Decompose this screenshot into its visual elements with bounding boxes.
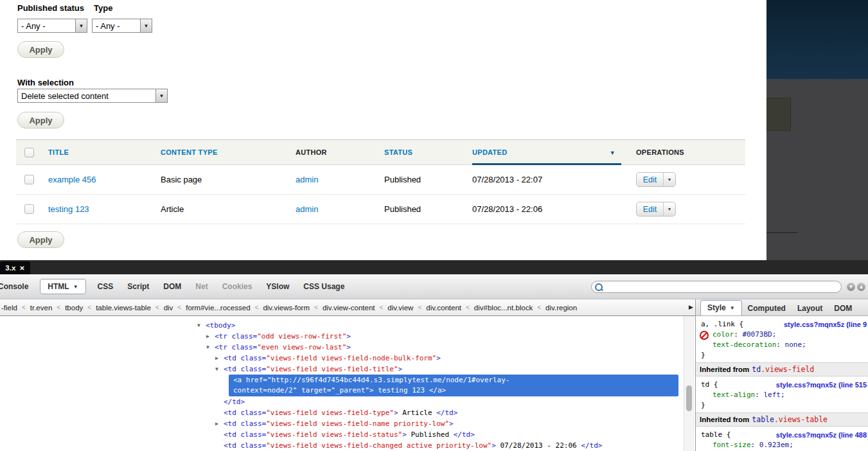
css-property[interactable]: color: #0073BD; — [696, 330, 868, 340]
breadcrumb-item[interactable]: tr.even — [30, 304, 53, 312]
published-status-select-value: - Any - — [18, 21, 75, 31]
firebug-window-tab[interactable]: 3.x ✕ — [0, 261, 30, 274]
apply-bottom-button[interactable]: Apply — [17, 231, 64, 248]
search-box[interactable] — [591, 281, 842, 293]
stylesheet-link[interactable]: style.css?mqnx5z (line 515 — [776, 380, 867, 390]
twisty-expanded-icon[interactable]: ▼ — [215, 364, 224, 375]
html-tree-line[interactable]: ▶<tr class="odd views-row-first"> — [0, 331, 695, 342]
css-selector[interactable]: table { — [701, 430, 731, 439]
apply-selection-button[interactable]: Apply — [17, 112, 64, 128]
css-selector[interactable]: a, .link { — [701, 320, 743, 328]
with-selection-label: With selection — [17, 78, 74, 87]
apply-filter-button[interactable]: Apply — [17, 41, 64, 58]
sort-desc-icon[interactable]: ▼ — [610, 150, 616, 156]
css-selector[interactable]: td { — [701, 380, 718, 389]
html-tree-line[interactable]: </td> — [0, 396, 695, 407]
row-checkbox[interactable] — [24, 204, 34, 214]
breadcrumb-item[interactable]: tbody — [65, 304, 83, 312]
edit-dropdown-button[interactable]: Edit ▼ — [636, 202, 676, 217]
fb-tab-script[interactable]: Script — [120, 279, 156, 294]
html-tree-line[interactable]: ▼<tbody> — [0, 320, 695, 331]
dimmed-background-element — [766, 98, 791, 131]
column-header-title[interactable]: TITLE — [48, 148, 69, 156]
search-next-button[interactable]: ▼ — [847, 283, 855, 291]
html-tree-line[interactable]: ▶<td class="views-field views-field-node… — [0, 353, 695, 364]
breadcrumb-item[interactable]: -field — [1, 304, 17, 312]
html-tree-line[interactable]: <td class="views-field views-field-chang… — [0, 440, 695, 451]
column-header-content-type[interactable]: CONTENT TYPE — [161, 148, 218, 156]
node-title-link[interactable]: testing 123 — [48, 204, 89, 214]
breadcrumb-item[interactable]: div.views-form — [263, 304, 310, 312]
search-input[interactable] — [603, 282, 841, 292]
author-link[interactable]: admin — [296, 204, 318, 214]
css-property[interactable]: font-size: 0.923em; — [696, 440, 868, 450]
twisty-collapsed-icon[interactable]: ▶ — [206, 331, 215, 342]
breadcrumb-overflow-icon[interactable]: ▶ — [689, 304, 693, 310]
dropdown-arrow-icon[interactable]: ▼ — [155, 89, 167, 102]
breadcrumb-item[interactable]: div — [164, 304, 173, 312]
with-selection-select[interactable]: Delete selected content ▼ — [17, 89, 168, 103]
breadcrumb-item[interactable]: div.view — [387, 304, 413, 312]
tree-scrollbar[interactable] — [684, 316, 695, 451]
side-tab-computed[interactable]: Computed — [742, 301, 792, 315]
row-checkbox[interactable] — [24, 175, 34, 184]
type-select[interactable]: - Any - ▼ — [92, 19, 152, 33]
fb-tab-net[interactable]: Net — [188, 279, 215, 294]
dropdown-arrow-icon[interactable]: ▼ — [75, 19, 87, 32]
html-tree-line[interactable]: <td class="views-field views-field-type"… — [0, 407, 695, 418]
fb-tab-cookies[interactable]: Cookies — [215, 279, 260, 294]
stylesheet-link[interactable]: style.css?mqnx5z (line 488 — [776, 430, 867, 440]
inherited-selector[interactable]: table.views-table — [752, 415, 828, 424]
fb-tab-console[interactable]: Console — [0, 279, 35, 294]
close-icon[interactable]: ✕ — [19, 265, 24, 272]
twisty-collapsed-icon[interactable]: ▶ — [215, 353, 224, 364]
twisty-expanded-icon[interactable]: ▼ — [197, 320, 206, 331]
css-property[interactable]: text-align: left; — [696, 390, 868, 400]
author-link[interactable]: admin — [296, 175, 318, 184]
html-tree-line[interactable]: ▼<tr class="even views-row-last"> — [0, 342, 695, 353]
edit-caret-icon[interactable]: ▼ — [663, 202, 675, 216]
fb-tab-yslow[interactable]: YSlow — [259, 279, 296, 294]
html-tree-line[interactable]: <td class="views-field views-field-statu… — [0, 429, 695, 440]
stylesheet-link[interactable]: style.css?mqnx5z (line 9 — [784, 319, 867, 330]
breadcrumb-item[interactable]: div.view-content — [323, 304, 375, 312]
side-tab-layout[interactable]: Layout — [792, 301, 828, 315]
breadcrumb-item[interactable]: div.region — [545, 304, 577, 312]
select-all-checkbox[interactable] — [24, 148, 34, 157]
dropdown-arrow-icon[interactable]: ▼ — [140, 19, 152, 32]
node-title-link[interactable]: example 456 — [48, 175, 96, 184]
inherited-selector[interactable]: td.views-field — [752, 365, 814, 374]
fb-tab-dom[interactable]: DOM — [156, 279, 188, 294]
html-tree-line[interactable]: ▼<td class="views-field views-field-titl… — [0, 364, 695, 375]
html-tree-line[interactable]: ▶<td class="views-field views-field-name… — [0, 418, 695, 429]
fb-tab-css-usage[interactable]: CSS Usage — [296, 279, 351, 294]
column-header-status[interactable]: STATUS — [384, 148, 412, 156]
twisty-collapsed-icon[interactable]: ▶ — [215, 418, 224, 429]
chevron-down-icon: ▼ — [730, 305, 735, 311]
breadcrumb-item[interactable]: div#bloc...nt.block — [474, 304, 533, 312]
published-status-select[interactable]: - Any - ▼ — [17, 19, 87, 33]
tree-scrollbar-thumb[interactable] — [686, 385, 692, 411]
breadcrumb-item[interactable]: form#vie...rocessed — [186, 304, 250, 312]
edit-dropdown-button[interactable]: Edit ▼ — [636, 172, 676, 187]
twisty-expanded-icon[interactable]: ▼ — [206, 342, 215, 353]
css-property[interactable]: text-decoration: none; — [696, 340, 868, 350]
selected-node[interactable]: <a href="http://s96f4d7454bc44d4.s3.simp… — [229, 375, 678, 396]
breadcrumb-separator: < — [87, 304, 91, 311]
fb-tab-css[interactable]: CSS — [91, 279, 121, 294]
published-status-label: Published status — [17, 3, 84, 13]
firebug-panel: els 3.x ✕ ConsoleHTML▼CSSScriptDOMNetCoo… — [0, 260, 868, 451]
html-tree-panel: ▼<tbody>▶<tr class="odd views-row-first"… — [0, 316, 695, 451]
side-tab-dom[interactable]: DOM — [828, 301, 858, 315]
fb-tab-html[interactable]: HTML▼ — [40, 279, 85, 294]
edit-button-label[interactable]: Edit — [637, 175, 663, 184]
breadcrumb-item[interactable]: div.content — [426, 304, 461, 312]
breadcrumb-item[interactable]: table.views-table — [96, 304, 151, 312]
side-tab-style[interactable]: Style▼ — [700, 300, 742, 315]
disabled-property-icon — [700, 331, 709, 340]
edit-button-label[interactable]: Edit — [637, 205, 663, 214]
search-prev-button[interactable]: ▲ — [857, 283, 865, 291]
firebug-tab-bar: ConsoleHTML▼CSSScriptDOMNetCookiesYSlowC… — [0, 279, 351, 294]
column-header-updated[interactable]: UPDATED — [472, 148, 507, 156]
edit-caret-icon[interactable]: ▼ — [663, 173, 675, 186]
